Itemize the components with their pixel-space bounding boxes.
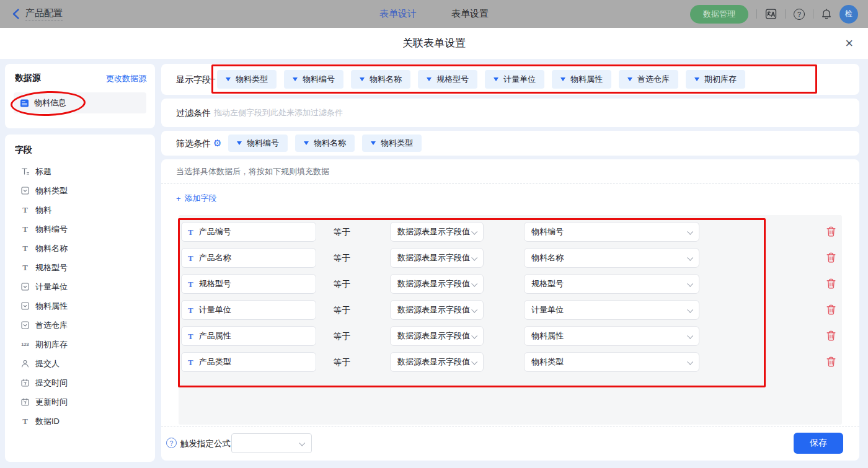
text-icon: T (20, 244, 30, 252)
display-fields-row: 显示字段 + 物料类型 物料编号 物料名称 规格型号 计量单位 物料属性 首选仓… (161, 64, 859, 95)
target-field-input[interactable]: T产品类型 (181, 352, 316, 372)
chevron-down-icon (687, 254, 693, 260)
help-icon[interactable]: ? (794, 9, 805, 20)
add-display-field-button[interactable]: + (210, 64, 216, 95)
title-icon (20, 167, 30, 175)
user-icon (20, 360, 30, 368)
source-type-select[interactable]: 数据源表显示字段值 (390, 222, 484, 242)
field-list: 标题 物料类型 T 物料 T 物料编号 T 物料名称 T 规格型号 计量单位 物… (5, 162, 155, 431)
field-item[interactable]: 物料类型 (5, 181, 155, 200)
field-tag[interactable]: 物料名称 (351, 70, 410, 89)
source-type-select[interactable]: 数据源表显示字段值 (390, 274, 484, 294)
target-field-input[interactable]: T产品属性 (181, 326, 316, 346)
triangle-down-icon (293, 77, 298, 81)
field-item[interactable]: 物料属性 (5, 296, 155, 316)
delete-rule-button[interactable] (826, 356, 836, 367)
close-icon[interactable]: × (845, 35, 853, 51)
field-tag[interactable]: 物料类型 (362, 135, 422, 152)
select-icon (20, 283, 30, 291)
text-icon: T (20, 225, 30, 233)
data-manage-button[interactable]: 数据管理 (690, 5, 748, 24)
change-datasource-link[interactable]: 更改数据源 (106, 73, 146, 84)
avatar[interactable]: 检 (839, 5, 858, 24)
field-tag[interactable]: 计量单位 (485, 70, 544, 89)
chevron-down-icon (471, 358, 477, 364)
source-field-select[interactable]: 物料属性 (524, 326, 699, 346)
screen-condition-tags: 物料编号 物料名称 物料类型 (228, 135, 422, 152)
tab-form-design[interactable]: 表单设计 (379, 8, 417, 20)
field-tag[interactable]: 物料编号 (284, 70, 343, 89)
trash-icon (826, 252, 836, 263)
calendar-icon (20, 379, 30, 387)
field-item[interactable]: 更新时间 (5, 392, 155, 412)
target-field-input[interactable]: T产品名称 (181, 248, 316, 268)
topbar: 产品配置 表单设计 表单设置 数据管理 ? 检 (0, 0, 868, 28)
field-item[interactable]: 计量单位 (5, 277, 155, 296)
target-field-input[interactable]: T产品编号 (181, 222, 316, 242)
source-type-select[interactable]: 数据源表显示字段值 (390, 326, 484, 346)
delete-rule-button[interactable] (826, 278, 836, 289)
filter-row: 过滤条件 拖动左侧字段到此处来添加过滤条件 (161, 99, 859, 127)
source-type-select[interactable]: 数据源表显示字段值 (390, 300, 484, 320)
target-field-input[interactable]: T规格型号 (181, 274, 316, 294)
field-item[interactable]: 提交时间 (5, 373, 155, 392)
field-item[interactable]: T 数据ID (5, 412, 155, 431)
tab-form-settings[interactable]: 表单设置 (451, 8, 489, 20)
add-field-button[interactable]: + 添加字段 (176, 193, 217, 204)
select-icon (20, 321, 30, 329)
field-tag[interactable]: 首选仓库 (619, 70, 678, 89)
source-field-select[interactable]: 物料编号 (524, 222, 699, 242)
field-tag[interactable]: 期初库存 (686, 70, 745, 89)
field-item[interactable]: T 物料名称 (5, 239, 155, 258)
source-type-select[interactable]: 数据源表显示字段值 (390, 352, 484, 372)
field-item[interactable]: T 规格型号 (5, 258, 155, 277)
delete-rule-button[interactable] (826, 226, 836, 237)
source-type-select[interactable]: 数据源表显示字段值 (390, 248, 484, 268)
triangle-down-icon (627, 77, 632, 81)
filter-dropzone[interactable]: 拖动左侧字段到此处来添加过滤条件 (214, 99, 343, 127)
field-item[interactable]: T 物料编号 (5, 219, 155, 239)
triangle-down-icon (226, 77, 231, 81)
trash-icon (826, 278, 836, 289)
source-field-select[interactable]: 物料名称 (524, 248, 699, 268)
text-icon: T (188, 358, 193, 366)
translate-icon[interactable] (765, 8, 777, 20)
triangle-down-icon (237, 141, 242, 145)
gear-icon[interactable]: ⚙ (213, 131, 221, 156)
source-field-select[interactable]: 规格型号 (524, 274, 699, 294)
field-tag[interactable]: 物料编号 (228, 135, 288, 152)
plus-icon: + (176, 194, 181, 203)
formula-select[interactable] (231, 433, 312, 453)
field-tag[interactable]: 规格型号 (418, 70, 477, 89)
fields-panel: 字段 标题 物料类型 T 物料 T 物料编号 T 物料名称 T 规格型号 计量单… (5, 135, 155, 462)
delete-rule-button[interactable] (826, 330, 836, 341)
delete-rule-button[interactable] (826, 304, 836, 315)
delete-rule-button[interactable] (826, 252, 836, 263)
datasource-title: 数据源 (15, 73, 41, 84)
save-button[interactable]: 保存 (794, 433, 843, 454)
screen-conditions-label: 筛选条件 (176, 131, 211, 156)
source-field-select[interactable]: 计量单位 (524, 300, 699, 320)
chevron-down-icon (687, 332, 693, 338)
field-item[interactable]: 标题 (5, 162, 155, 181)
field-tag[interactable]: 物料属性 (552, 70, 611, 89)
text-icon: T (188, 228, 193, 236)
datasource-item[interactable]: 物料信息 (14, 92, 146, 113)
field-tag[interactable]: 物料类型 (217, 70, 277, 89)
source-field-select[interactable]: 物料类型 (524, 352, 699, 372)
screen-conditions-row: 筛选条件 ⚙ 物料编号 物料名称 物料类型 (161, 131, 859, 156)
fill-hint-row: 当选择具体数据后，将按如下规则填充数据 (161, 159, 859, 184)
rule-row: T规格型号 等于 数据源表显示字段值 规格型号 (179, 274, 842, 294)
field-item[interactable]: T 物料 (5, 200, 155, 219)
target-field-input[interactable]: T计量单位 (181, 300, 316, 320)
footer-divider (161, 426, 859, 426)
text-icon: T (20, 263, 30, 272)
field-item[interactable]: 首选仓库 (5, 316, 155, 335)
trigger-formula-label: 触发指定公式 (180, 438, 231, 449)
formula-help-icon[interactable]: ? (166, 438, 177, 448)
triangle-down-icon (304, 141, 309, 145)
field-item[interactable]: 提交人 (5, 354, 155, 373)
field-tag[interactable]: 物料名称 (295, 135, 355, 152)
field-item[interactable]: 123 期初库存 (5, 335, 155, 354)
bell-icon[interactable] (822, 9, 831, 20)
